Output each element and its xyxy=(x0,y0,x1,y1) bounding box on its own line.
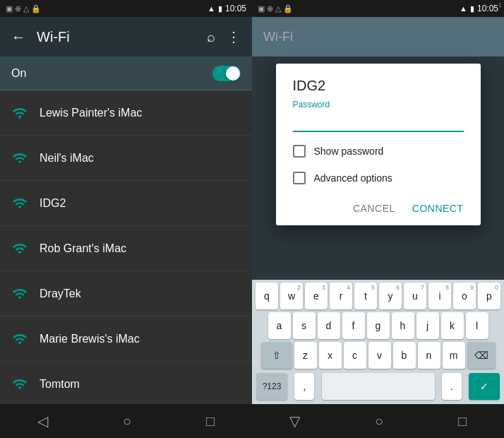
wifi-signal-icon xyxy=(11,285,28,302)
right-warning-icon: △ xyxy=(275,4,281,13)
password-label: Password xyxy=(293,100,464,110)
wifi-name-neil: Neil's iMac xyxy=(40,152,94,165)
wifi-toggle-row[interactable]: On xyxy=(0,57,252,90)
left-panel: ▣ ⊕ △ 🔒 ▲ ▮ 10:05 ← Wi-Fi ⌕ ⋮ On Lewis P… xyxy=(0,0,252,438)
wifi-item-lewis[interactable]: Lewis Painter's iMac xyxy=(0,90,252,136)
key-h[interactable]: h xyxy=(392,312,414,339)
advanced-options-checkbox[interactable] xyxy=(293,172,306,184)
space-key[interactable] xyxy=(322,373,435,400)
key-s[interactable]: s xyxy=(293,312,316,339)
key-1[interactable]: 1q xyxy=(256,283,278,309)
wifi-toggle[interactable] xyxy=(212,66,241,81)
comma-key[interactable]: , xyxy=(294,373,314,400)
wifi-signal-icon xyxy=(11,105,28,122)
period-key[interactable]: . xyxy=(442,373,462,400)
key-y[interactable]: 6y xyxy=(379,283,402,309)
wifi-name-rob: Rob Grant's iMac xyxy=(40,242,126,255)
page-title: Wi-Fi xyxy=(37,29,196,45)
right-toolbar-wifi-icon: Wi-Fi xyxy=(263,30,293,45)
more-button[interactable]: ⋮ xyxy=(227,28,241,45)
recents-nav-button[interactable]: □ xyxy=(206,413,215,430)
number-key-row: 1q 2w 3e 4r 5t 6y 7u 8i 9o 0p xyxy=(253,283,503,309)
wifi-name-marie: Marie Brewis's iMac xyxy=(40,333,140,345)
wifi-signal-icon xyxy=(11,150,28,167)
right-recents-nav[interactable]: □ xyxy=(458,413,467,430)
left-status-bar: ▣ ⊕ △ 🔒 ▲ ▮ 10:05 xyxy=(0,0,252,17)
notification-icon: ▣ xyxy=(6,4,13,13)
wifi-item-draytek[interactable]: DrayTek xyxy=(0,271,252,316)
svg-rect-0 xyxy=(18,116,21,119)
search-button[interactable]: ⌕ xyxy=(207,29,215,45)
enter-key[interactable]: ✓ xyxy=(469,373,500,400)
right-alert-icon: ⊕ xyxy=(267,4,273,13)
key-l[interactable]: l xyxy=(466,312,488,339)
key-i[interactable]: 8i xyxy=(428,283,451,309)
delete-key[interactable]: ⌫ xyxy=(467,342,496,369)
right-lock-icon: 🔒 xyxy=(283,4,293,13)
show-password-checkbox[interactable] xyxy=(293,145,306,158)
warning-icon: △ xyxy=(23,4,29,13)
show-password-row[interactable]: Show password xyxy=(276,138,481,165)
battery-icon-left: ▮ xyxy=(218,4,222,13)
connect-button[interactable]: CONNECT xyxy=(407,197,469,220)
wifi-item-neil[interactable]: Neil's iMac xyxy=(0,136,252,181)
key-u[interactable]: 7u xyxy=(404,283,426,309)
dialog-overlay: IDG2 Password Show password Advanced opt… xyxy=(252,57,504,280)
wifi-item-tomtom[interactable]: Tomtom xyxy=(0,362,252,404)
right-time: 10:05 xyxy=(477,4,498,13)
key-x[interactable]: x xyxy=(319,342,342,369)
key-g[interactable]: g xyxy=(367,312,390,339)
right-battery-icon: ▮ xyxy=(470,4,474,13)
key-f[interactable]: f xyxy=(342,312,365,339)
key-v[interactable]: v xyxy=(368,342,391,369)
wifi-name-idg2: IDG2 xyxy=(40,197,66,210)
key-w[interactable]: 2w xyxy=(280,283,303,309)
password-input[interactable] xyxy=(293,112,464,132)
wifi-item-marie[interactable]: Marie Brewis's iMac xyxy=(0,316,252,362)
numbers-key[interactable]: ?123 xyxy=(256,373,287,400)
right-signal-icon: ▲ xyxy=(460,4,467,13)
wifi-item-rob[interactable]: Rob Grant's iMac xyxy=(0,226,252,271)
advanced-options-row[interactable]: Advanced options xyxy=(276,165,481,191)
wifi-signal-icon xyxy=(11,331,28,348)
right-home-nav[interactable]: ○ xyxy=(375,413,383,430)
wifi-item-idg2[interactable]: IDG2 xyxy=(0,181,252,226)
key-d[interactable]: d xyxy=(318,312,340,339)
bottom-key-row: ?123 , . ✓ xyxy=(253,372,503,404)
key-m[interactable]: m xyxy=(443,342,465,369)
lock-icon-left: 🔒 xyxy=(31,4,41,13)
home-nav-button[interactable]: ○ xyxy=(123,413,131,430)
key-j[interactable]: j xyxy=(416,312,439,339)
wifi-signal-icon xyxy=(11,195,28,212)
key-p[interactable]: 0p xyxy=(478,283,500,309)
left-nav-bar: ◁ ○ □ xyxy=(0,404,252,438)
alert-icon: ⊕ xyxy=(15,4,21,13)
key-r[interactable]: 4r xyxy=(330,283,352,309)
asdf-key-row: a s d f g h j k l xyxy=(253,312,503,339)
key-n[interactable]: n xyxy=(418,342,440,369)
key-a[interactable]: a xyxy=(268,312,291,339)
shift-key[interactable]: ⇧ xyxy=(261,342,292,369)
right-toolbar: Wi-Fi xyxy=(252,17,504,57)
zxcv-key-row: ⇧ z x c v b n m ⌫ xyxy=(253,342,503,369)
right-notif-icon: ▣ xyxy=(258,4,265,13)
back-nav-button[interactable]: ◁ xyxy=(37,413,48,430)
back-button[interactable]: ← xyxy=(11,29,25,45)
key-o[interactable]: 9o xyxy=(453,283,476,309)
cancel-button[interactable]: CANCEL xyxy=(347,197,401,220)
left-toolbar: ← Wi-Fi ⌕ ⋮ xyxy=(0,17,252,57)
show-password-label: Show password xyxy=(314,146,384,157)
wifi-signal-icon xyxy=(11,376,28,393)
wifi-list: Lewis Painter's iMac Neil's iMac IDG2 Ro… xyxy=(0,90,252,404)
wifi-name-draytek: DrayTek xyxy=(40,288,81,300)
key-b[interactable]: b xyxy=(393,342,416,369)
key-c[interactable]: c xyxy=(344,342,366,369)
key-e[interactable]: 3e xyxy=(305,283,328,309)
right-back-nav[interactable]: ▽ xyxy=(289,413,300,430)
key-z[interactable]: z xyxy=(294,342,317,369)
key-t[interactable]: 5t xyxy=(354,283,377,309)
dialog-actions: CANCEL CONNECT xyxy=(276,191,481,225)
key-k[interactable]: k xyxy=(441,312,464,339)
wifi-name-tomtom: Tomtom xyxy=(40,378,80,391)
software-keyboard: 1q 2w 3e 4r 5t 6y 7u 8i 9o 0p a s d f g … xyxy=(252,280,504,404)
